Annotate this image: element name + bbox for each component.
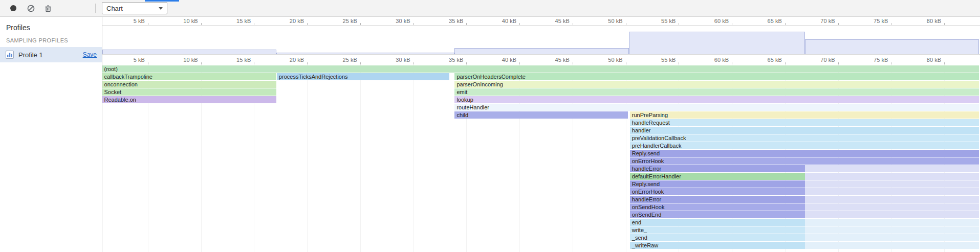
- overview-step: [276, 53, 455, 54]
- flame-bar-label: onSendHook: [630, 203, 805, 210]
- flame-bar-label: callbackTrampoline: [102, 73, 276, 80]
- flame-bar-label: processTicksAndRejections: [277, 73, 449, 80]
- ruler-tick-label: 55 kB: [640, 57, 676, 63]
- sidebar-section-header: SAMPLING PROFILES: [0, 37, 102, 47]
- flame-bar[interactable]: callbackTrampoline: [102, 73, 276, 80]
- ruler-tick-label: 40 kB: [481, 57, 516, 63]
- chevron-down-icon: [159, 7, 163, 10]
- flame-bar-label: (root): [102, 65, 979, 72]
- ruler-tick-label: 50 kB: [587, 57, 623, 63]
- flame-bar-label: end: [630, 219, 805, 225]
- overview-step: [805, 39, 979, 54]
- flame-bar-label: parserOnIncoming: [454, 81, 979, 87]
- flame-bar[interactable]: Socket: [102, 88, 276, 96]
- size-ruler-bottom: 5 kB10 kB15 kB20 kB25 kB30 kB35 kB40 kB4…: [102, 55, 980, 64]
- flame-bar-label: handleError: [630, 165, 805, 172]
- delete-profile-button[interactable]: [41, 2, 55, 15]
- ruler-tick-label: 5 kB: [109, 18, 145, 24]
- sidebar-title: Profiles: [0, 17, 102, 37]
- ruler-tick-label: 65 kB: [746, 18, 782, 24]
- flame-bar[interactable]: _send: [630, 234, 805, 241]
- flame-bar-label: handleRequest: [630, 119, 979, 126]
- flame-bar[interactable]: child: [454, 111, 627, 119]
- clear-profiles-button[interactable]: [24, 2, 38, 15]
- flame-bar[interactable]: handleRequest: [630, 119, 979, 126]
- flame-bar[interactable]: (root): [102, 65, 979, 73]
- flame-bar-label: onSendEnd: [630, 211, 805, 218]
- flame-bar[interactable]: write_: [630, 226, 805, 234]
- flame-bar[interactable]: preValidationCallback: [630, 134, 979, 142]
- ruler-tick-label: 5 kB: [109, 57, 145, 63]
- flame-bar-label: handler: [630, 127, 979, 133]
- flame-bar-continuation: [805, 196, 979, 203]
- save-profile-link[interactable]: Save: [83, 51, 97, 58]
- flame-chart-pane: 5 kB10 kB15 kB20 kB25 kB30 kB35 kB40 kB4…: [102, 17, 980, 252]
- profile-name: Profile 1: [18, 51, 79, 59]
- ruler-tick-label: 10 kB: [162, 57, 198, 63]
- flame-bar[interactable]: defaultErrorHandler: [630, 173, 805, 180]
- ruler-tick-label: 45 kB: [534, 57, 570, 63]
- record-profile-button[interactable]: [6, 2, 20, 15]
- flame-bar[interactable]: processTicksAndRejections: [277, 73, 449, 80]
- flame-bar-label: preHandlerCallback: [630, 142, 979, 149]
- flame-bar[interactable]: onErrorHook: [630, 157, 979, 165]
- gridline: [307, 64, 308, 252]
- flame-bar-label: runPreParsing: [630, 111, 979, 118]
- flame-bar-label: Socket: [102, 88, 276, 95]
- flame-bar[interactable]: emit: [454, 88, 979, 96]
- flame-bar[interactable]: runPreParsing: [630, 111, 979, 119]
- ruler-tick-label: 20 kB: [268, 57, 304, 63]
- flame-bar[interactable]: onSendEnd: [630, 211, 805, 218]
- ruler-tick-label: 75 kB: [852, 57, 888, 63]
- flame-bar[interactable]: lookup: [454, 96, 979, 103]
- ruler-tick-label: 50 kB: [587, 18, 623, 24]
- panel-body: Profiles SAMPLING PROFILES Profile 1 Sav…: [0, 17, 980, 252]
- ruler-tick-label: 65 kB: [746, 57, 782, 63]
- flame-bar-label: child: [454, 111, 627, 118]
- ruler-tick-label: 45 kB: [534, 18, 570, 24]
- ruler-tick-label: 35 kB: [427, 18, 463, 24]
- flame-bar[interactable]: onSendHook: [630, 203, 805, 211]
- flame-chart[interactable]: (root)callbackTrampolineprocessTicksAndR…: [102, 64, 980, 252]
- profile-chart-icon: [5, 50, 14, 59]
- ruler-tick-label: 80 kB: [905, 18, 941, 24]
- flame-bar[interactable]: handler: [630, 127, 979, 134]
- gridline: [413, 64, 414, 252]
- allocation-overview[interactable]: [102, 25, 980, 55]
- flame-bar-continuation: [805, 234, 979, 241]
- flame-bar[interactable]: onErrorHook: [630, 188, 805, 195]
- size-ruler-top: 5 kB10 kB15 kB20 kB25 kB30 kB35 kB40 kB4…: [102, 17, 980, 25]
- flame-bar-continuation: [805, 203, 979, 211]
- sidebar-item-profile-1[interactable]: Profile 1 Save: [0, 47, 102, 62]
- flame-bar-label: write_: [630, 226, 805, 233]
- trash-icon: [45, 5, 52, 12]
- flame-bar-label: handleError: [630, 196, 805, 202]
- view-mode-select[interactable]: Chart: [102, 2, 167, 14]
- flame-bar-label: parserOnHeadersComplete: [454, 73, 979, 80]
- flame-bar[interactable]: Readable.on: [102, 96, 276, 103]
- flame-bar[interactable]: parserOnIncoming: [454, 81, 979, 88]
- ruler-tick-label: 60 kB: [693, 18, 729, 24]
- ruler-tick-label: 30 kB: [375, 57, 410, 63]
- flame-bar[interactable]: handleError: [630, 196, 805, 203]
- flame-bar[interactable]: end: [630, 219, 805, 226]
- flame-bar[interactable]: parserOnHeadersComplete: [454, 73, 979, 80]
- flame-bar[interactable]: _writeRaw: [630, 242, 805, 249]
- flame-bar-label: routeHandler: [454, 104, 979, 110]
- ruler-tick-label: 20 kB: [268, 18, 304, 24]
- active-tab-underline: [145, 0, 179, 2]
- flame-bar-label: preValidationCallback: [630, 134, 979, 141]
- flame-bar-label: _writeRaw: [630, 242, 805, 248]
- flame-bar[interactable]: preHandlerCallback: [630, 142, 979, 149]
- flame-bar-continuation: [805, 226, 979, 234]
- flame-bar-label: defaultErrorHandler: [630, 173, 805, 179]
- flame-bar-label: lookup: [454, 96, 979, 103]
- ruler-tick-label: 10 kB: [162, 18, 198, 24]
- flame-bar[interactable]: onconnection: [102, 81, 276, 88]
- flame-bar[interactable]: routeHandler: [454, 104, 979, 111]
- gridline: [360, 64, 361, 252]
- toolbar: Chart: [0, 0, 980, 17]
- flame-bar[interactable]: Reply.send: [630, 150, 979, 157]
- flame-bar[interactable]: handleError: [630, 165, 805, 172]
- flame-bar[interactable]: Reply.send: [630, 180, 805, 188]
